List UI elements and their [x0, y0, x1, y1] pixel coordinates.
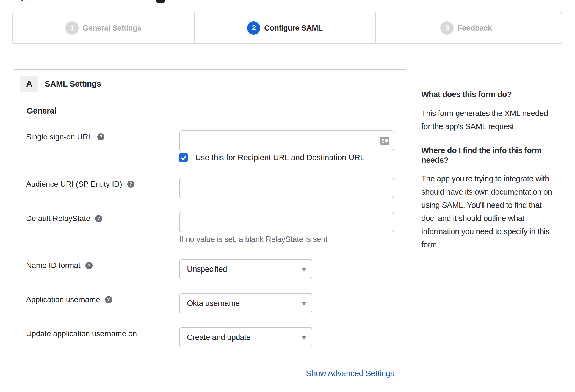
updateuser-label-row: Update application username on — [26, 327, 137, 340]
step-feedback[interactable]: 3 Feedback — [375, 12, 562, 43]
sso-url-help-icon[interactable]: ? — [97, 133, 104, 140]
nameid-select[interactable]: Unspecified — [179, 259, 312, 279]
relaystate-input[interactable] — [179, 212, 394, 232]
appuser-select-arrow-icon — [302, 302, 306, 305]
audience-uri-help-icon[interactable]: ? — [127, 181, 134, 188]
nameid-label: Name ID format — [26, 261, 81, 270]
wizard-stepper: 1 General Settings 2 Configure SAML 3 Fe… — [12, 12, 562, 44]
step-2-label: Configure SAML — [264, 24, 322, 32]
sidebar-paragraph-1: This form generates the XML needed for t… — [421, 107, 562, 133]
panel-title: SAML Settings — [45, 78, 101, 89]
audience-uri-input[interactable] — [179, 178, 394, 198]
cutoff-blue-fragment — [21, 0, 23, 1]
step-3-label: Feedback — [457, 24, 492, 32]
sso-url-label-row: Single sign-on URL ? — [26, 130, 104, 143]
nameid-label-row: Name ID format ? — [26, 259, 93, 272]
step-2-circle: 2 — [247, 21, 260, 35]
sidebar-heading-1: What does this form do? — [421, 89, 562, 99]
step-general-settings[interactable]: 1 General Settings — [13, 12, 194, 43]
updateuser-select-value: Create and update — [187, 333, 251, 342]
checkmark-icon — [179, 153, 188, 162]
step-1-circle: 1 — [65, 21, 79, 35]
recipient-url-checkbox-row: Use this for Recipient URL and Destinati… — [179, 153, 364, 162]
sidebar-paragraph-2: The app you're trying to integrate with … — [421, 172, 562, 251]
updateuser-label: Update application username on — [26, 329, 137, 338]
appuser-label-row: Application username ? — [26, 293, 112, 306]
relaystate-label-row: Default RelayState ? — [26, 212, 102, 225]
appuser-label: Application username — [26, 295, 100, 304]
step-3-circle: 3 — [440, 21, 454, 35]
updateuser-select[interactable]: Create and update — [179, 327, 312, 347]
audience-uri-label: Audience URI (SP Entity ID) — [26, 180, 122, 189]
nameid-select-arrow-icon — [302, 268, 306, 271]
relaystate-label: Default RelayState — [26, 214, 90, 223]
show-advanced-settings-link[interactable]: Show Advanced Settings — [179, 367, 394, 379]
recipient-url-checkbox[interactable] — [179, 153, 188, 162]
appuser-select-value: Okta username — [187, 299, 240, 308]
sso-url-input[interactable] — [179, 130, 394, 151]
recipient-url-checkbox-label: Use this for Recipient URL and Destinati… — [195, 153, 364, 162]
contact-card-icon — [380, 137, 389, 145]
relaystate-help-icon[interactable]: ? — [95, 215, 102, 222]
relaystate-hint: If no value is set, a blank RelayState i… — [179, 234, 327, 244]
audience-uri-label-row: Audience URI (SP Entity ID) ? — [26, 178, 134, 191]
cutoff-black-fragment — [156, 0, 165, 3]
sidebar-heading-2: Where do I find the info this form needs… — [421, 146, 562, 165]
appuser-help-icon[interactable]: ? — [105, 296, 112, 303]
appuser-select[interactable]: Okta username — [179, 293, 312, 313]
general-section-title: General — [27, 105, 56, 116]
step-1-label: General Settings — [82, 24, 142, 32]
updateuser-select-arrow-icon — [302, 336, 306, 339]
nameid-help-icon[interactable]: ? — [85, 262, 93, 269]
step-configure-saml[interactable]: 2 Configure SAML — [194, 12, 375, 43]
sso-url-label: Single sign-on URL — [26, 132, 92, 141]
section-a-badge: A — [20, 76, 38, 92]
nameid-select-value: Unspecified — [187, 265, 227, 274]
